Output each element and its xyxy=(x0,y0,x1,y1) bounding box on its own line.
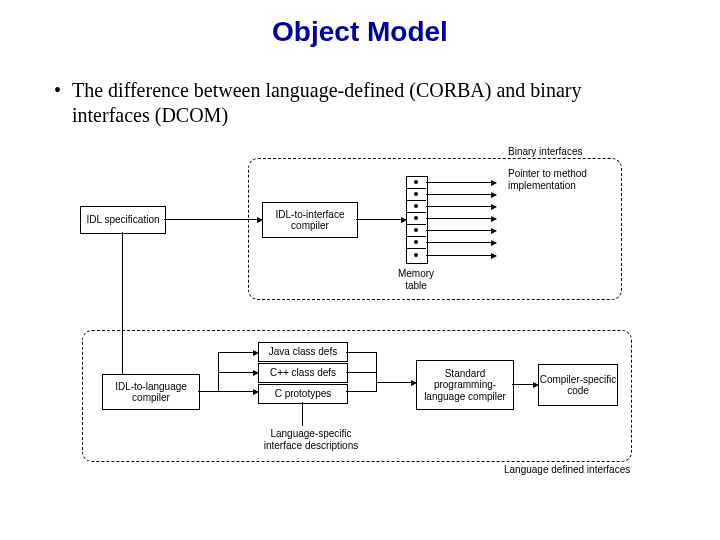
arrow-compiler-to-table xyxy=(356,219,406,220)
table-row-sep xyxy=(406,236,426,237)
method-pointer-arrow xyxy=(426,206,496,207)
table-dot xyxy=(414,192,418,196)
lang-specific-desc-label: Language-specific interface descriptions xyxy=(256,428,366,451)
java-class-defs-box: Java class defs xyxy=(258,342,348,362)
method-pointer-arrow xyxy=(426,230,496,231)
method-pointer-arrow xyxy=(426,242,496,243)
std-compiler-box: Standard programming-language compiler xyxy=(416,360,514,410)
method-pointer-arrow xyxy=(426,255,496,256)
diagram: Binary interfaces Pointer to method impl… xyxy=(78,150,638,490)
idl-specification-text: IDL specification xyxy=(87,214,160,226)
binary-interfaces-label: Binary interfaces xyxy=(508,146,582,158)
table-row-sep xyxy=(406,188,426,189)
memory-table-label: Memory table xyxy=(390,268,442,291)
table-dot xyxy=(414,216,418,220)
method-pointer-arrow xyxy=(426,182,496,183)
bullet-dot-icon: • xyxy=(54,78,61,103)
connector-from-c xyxy=(346,391,376,392)
c-prototypes-text: C prototypes xyxy=(275,388,332,400)
connector-fanout-stem xyxy=(198,391,218,392)
cpp-class-defs-text: C++ class defs xyxy=(270,367,336,379)
idl-to-language-compiler-box: IDL-to-language compiler xyxy=(102,374,200,410)
idl-specification-box: IDL specification xyxy=(80,206,166,234)
idl-to-interface-compiler-box: IDL-to-interface compiler xyxy=(262,202,358,238)
arrow-to-code xyxy=(512,384,538,385)
bullet-item: • The difference between language-define… xyxy=(72,78,632,128)
arrow-to-cpp xyxy=(218,372,258,373)
bullet-text: The difference between language-defined … xyxy=(72,79,581,126)
slide: Object Model • The difference between la… xyxy=(0,0,720,540)
cpp-class-defs-box: C++ class defs xyxy=(258,363,348,383)
table-row-sep xyxy=(406,212,426,213)
table-row-sep xyxy=(406,248,426,249)
table-dot xyxy=(414,240,418,244)
compiler-specific-code-box: Compiler-specific code xyxy=(538,364,618,406)
arrow-to-std-compiler xyxy=(376,382,416,383)
table-row-sep xyxy=(406,200,426,201)
connector-from-java xyxy=(346,352,376,353)
table-row-sep xyxy=(406,224,426,225)
arrow-to-c xyxy=(218,391,258,392)
table-dot xyxy=(414,204,418,208)
method-pointer-arrow xyxy=(426,194,496,195)
page-title: Object Model xyxy=(0,16,720,48)
connector-fanin-v xyxy=(376,352,377,392)
connector-desc xyxy=(302,402,303,426)
language-defined-label: Language defined interfaces xyxy=(504,464,630,476)
arrow-idlspec-to-compiler xyxy=(164,219,262,220)
idl-to-interface-compiler-text: IDL-to-interface compiler xyxy=(263,209,357,232)
compiler-specific-code-text: Compiler-specific code xyxy=(539,374,617,397)
c-prototypes-box: C prototypes xyxy=(258,384,348,404)
table-dot xyxy=(414,253,418,257)
connector-from-cpp xyxy=(346,372,376,373)
method-pointer-arrow xyxy=(426,218,496,219)
std-compiler-text: Standard programming-language compiler xyxy=(417,368,513,403)
idl-to-language-compiler-text: IDL-to-language compiler xyxy=(103,381,199,404)
table-dot xyxy=(414,180,418,184)
memory-table-box xyxy=(406,176,428,264)
arrow-to-java xyxy=(218,352,258,353)
pointer-to-method-label: Pointer to method implementation xyxy=(508,168,638,191)
java-class-defs-text: Java class defs xyxy=(269,346,337,358)
table-dot xyxy=(414,228,418,232)
